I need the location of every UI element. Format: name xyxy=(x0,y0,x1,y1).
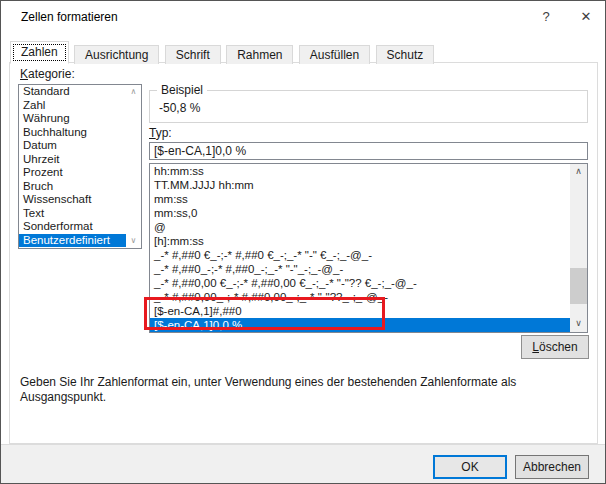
category-item[interactable]: Währung xyxy=(19,112,126,126)
tab-strip: Zahlen Ausrichtung Schrift Rahmen Ausfül… xyxy=(10,41,436,63)
delete-button[interactable]: Löschen xyxy=(521,335,589,359)
category-item[interactable]: Standard xyxy=(19,85,126,99)
scroll-up-icon[interactable]: ∧ xyxy=(126,85,141,99)
format-item[interactable]: _-* #,##0_-;-* #,##0_-;_-* "-"_-;_-@_- xyxy=(150,262,570,276)
tab-ausrichtung[interactable]: Ausrichtung xyxy=(74,45,159,64)
category-item[interactable]: Prozent xyxy=(19,166,126,180)
type-input[interactable]: [$-en-CA,1]0,0 % xyxy=(149,142,588,160)
tab-schutz[interactable]: Schutz xyxy=(376,45,435,64)
category-label: Kategorie: xyxy=(20,67,75,81)
title-bar: Zellen formatieren ? ✕ xyxy=(1,1,605,33)
format-cells-dialog: Zellen formatieren ? ✕ Zahlen Ausrichtun… xyxy=(0,0,606,484)
category-item[interactable]: Uhrzeit xyxy=(19,153,126,167)
tab-ausfuellen[interactable]: Ausfüllen xyxy=(299,45,370,64)
format-item[interactable]: [h]:mm:ss xyxy=(150,234,570,248)
format-item[interactable]: mm:ss,0 xyxy=(150,206,570,220)
category-scrollbar[interactable]: ∧ ∨ xyxy=(126,85,141,248)
format-scrollbar[interactable]: ∧ ∨ xyxy=(570,164,587,332)
tab-zahlen[interactable]: Zahlen xyxy=(10,41,69,64)
example-value: -50,8 % xyxy=(159,101,200,115)
tab-rahmen[interactable]: Rahmen xyxy=(226,45,293,64)
example-groupbox: Beispiel -50,8 % xyxy=(149,90,588,123)
format-item-selected[interactable]: [$-en-CA,1]0,0 % xyxy=(150,318,587,332)
category-item[interactable]: Datum xyxy=(19,139,126,153)
tab-schrift[interactable]: Schrift xyxy=(165,45,221,64)
format-item[interactable]: _-* #,##0,00 €_-;-* #,##0,00 €_-;_-* "-"… xyxy=(150,276,570,290)
type-label: Typ: xyxy=(149,126,172,140)
help-icon[interactable]: ? xyxy=(531,1,561,33)
category-listbox: Standard Zahl Währung Buchhaltung Datum … xyxy=(18,84,142,249)
format-item[interactable]: @ xyxy=(150,220,570,234)
scroll-up-icon[interactable]: ∧ xyxy=(570,164,587,180)
scroll-down-icon[interactable]: ∨ xyxy=(570,316,587,332)
format-item[interactable]: TT.MM.JJJJ hh:mm xyxy=(150,178,570,192)
dialog-footer: OK Abbrechen xyxy=(1,444,605,484)
category-item[interactable]: Wissenschaft xyxy=(19,193,126,207)
format-rows: hh:mm:ss TT.MM.JJJJ hh:mm mm:ss mm:ss,0 … xyxy=(150,164,570,318)
format-item[interactable]: _-* #,##0,00_-;-* #,##0,00_-;_-* "-"??_-… xyxy=(150,290,570,304)
instruction-text: Geben Sie Ihr Zahlenformat ein, unter Ve… xyxy=(20,375,588,405)
format-item[interactable]: mm:ss xyxy=(150,192,570,206)
cancel-button[interactable]: Abbrechen xyxy=(515,455,589,479)
scrollbar-thumb[interactable] xyxy=(570,268,587,304)
format-item[interactable]: _-* #,##0 €_-;-* #,##0 €_-;_-* "-" €_-;_… xyxy=(150,248,570,262)
format-item[interactable]: [$-en-CA,1]#,##0 xyxy=(150,304,570,318)
scroll-down-icon[interactable]: ∨ xyxy=(126,234,141,248)
numbers-tab-page: Kategorie: Standard Zahl Währung Buchhal… xyxy=(9,62,598,444)
format-item[interactable]: hh:mm:ss xyxy=(150,164,570,178)
ok-button[interactable]: OK xyxy=(433,455,507,479)
format-listbox: hh:mm:ss TT.MM.JJJJ hh:mm mm:ss mm:ss,0 … xyxy=(149,163,588,333)
dialog-title: Zellen formatieren xyxy=(21,1,118,33)
category-item[interactable]: Bruch xyxy=(19,180,126,194)
close-icon[interactable]: ✕ xyxy=(571,1,601,33)
category-item-selected[interactable]: Benutzerdefiniert xyxy=(19,234,126,248)
category-item[interactable]: Zahl xyxy=(19,99,126,113)
category-item[interactable]: Text xyxy=(19,207,126,221)
example-label: Beispiel xyxy=(157,83,207,97)
category-item[interactable]: Buchhaltung xyxy=(19,126,126,140)
category-item[interactable]: Sonderformat xyxy=(19,220,126,234)
